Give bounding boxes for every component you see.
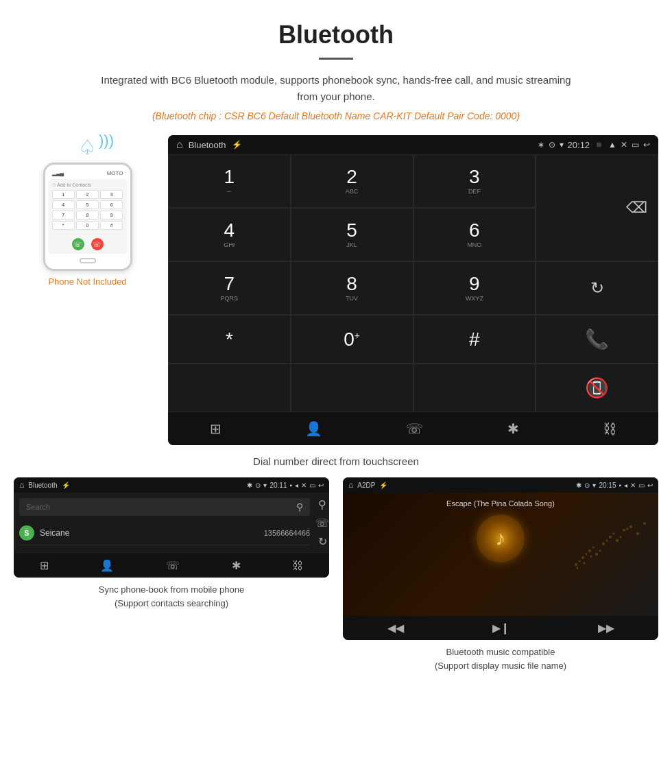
dial-key-4[interactable]: 4 GHI <box>168 208 291 261</box>
phonebook-caption-line1: Sync phone-book from mobile phone <box>99 583 244 597</box>
phone-key-0[interactable]: 0 <box>76 221 99 230</box>
skip-forward-icon[interactable]: ▶▶ <box>598 621 614 634</box>
time-display: 20:12 <box>568 140 590 150</box>
phone-key-8[interactable]: 8 <box>76 211 99 219</box>
svg-point-18 <box>627 528 629 530</box>
bt-nav-icon[interactable]: ✱ <box>507 420 519 437</box>
phone-key-4[interactable]: 4 <box>52 200 75 209</box>
music-caption-line1: Bluetooth music compatible <box>435 645 566 659</box>
dial-key-9[interactable]: 9 WXYZ <box>413 261 536 315</box>
home-icon-mu[interactable]: ⌂ <box>348 480 353 490</box>
phone-key-7[interactable]: 7 <box>52 211 75 219</box>
dial-key-0[interactable]: 0+ <box>291 315 413 364</box>
phone-key-2[interactable]: 2 <box>76 190 99 199</box>
sync-right-icon[interactable]: ↻ <box>315 535 329 548</box>
usb-icon: ⚡ <box>232 140 242 150</box>
grid-icon[interactable]: ⊞ <box>210 420 221 437</box>
grid-icon-pb[interactable]: ⊞ <box>40 559 49 572</box>
phone-end-button[interactable]: ☏ <box>91 238 104 250</box>
phone-key-3[interactable]: 3 <box>100 190 123 199</box>
phone-call-button[interactable]: ☏ <box>72 238 84 250</box>
phone-screen: ☆ Add to Contacts 1 2 3 4 5 6 7 8 9 * 0 … <box>49 179 127 254</box>
search-placeholder: Search <box>26 503 50 511</box>
svg-point-16 <box>613 533 615 535</box>
back-icon[interactable]: ↩ <box>643 140 650 150</box>
dial-key-3[interactable]: 3 DEF <box>413 154 536 208</box>
dial-key-star[interactable]: * <box>168 315 291 364</box>
contacts-icon-pb[interactable]: 👤 <box>100 559 114 572</box>
x-icon-mu[interactable]: ✕ <box>630 482 636 489</box>
phone-key-6[interactable]: 6 <box>100 200 123 209</box>
home-icon[interactable]: ⌂ <box>176 139 183 151</box>
phone-outer: ▂▃▄ MOTO ☆ Add to Contacts 1 2 3 4 5 6 7… <box>43 163 132 271</box>
music-status-right: ✱ ⊙ ▾ 20:15 ▪ ◂ ✕ ▭ ↩ <box>576 482 653 489</box>
vol-icon-mu[interactable]: ◂ <box>624 482 627 489</box>
call-right-icon[interactable]: ☏ <box>315 516 329 530</box>
music-content: Escape (The Pina Colada Song) ♪ <box>343 492 658 616</box>
phonebook-search[interactable]: Search ⚲ <box>19 498 310 516</box>
bluetooth-label: Bluetooth <box>189 140 226 150</box>
back-icon-pb[interactable]: ↩ <box>318 482 324 489</box>
dial-key-5[interactable]: 5 JKL <box>291 208 413 261</box>
contacts-icon[interactable]: 👤 <box>305 420 322 437</box>
phone-key-5[interactable]: 5 <box>76 200 99 209</box>
x-icon-pb[interactable]: ✕ <box>301 482 307 489</box>
skip-back-icon[interactable]: ◀◀ <box>387 621 404 634</box>
music-screen: ⌂ A2DP ⚡ ✱ ⊙ ▾ 20:15 ▪ ◂ ✕ ▭ ↩ <box>343 477 658 640</box>
rect-icon-mu[interactable]: ▭ <box>638 482 645 489</box>
dial-key-6[interactable]: 6 MNO <box>413 208 536 261</box>
bt-icon-mu: ✱ <box>576 482 581 489</box>
vol-icon-pb[interactable]: ◂ <box>295 482 298 489</box>
call-green-icon: 📞 <box>585 328 609 351</box>
contact-name: Seicane <box>40 528 259 538</box>
cam-icon-pb[interactable]: ▪ <box>289 482 292 489</box>
search-right-icon[interactable]: ⚲ <box>315 498 329 511</box>
home-icon-pb[interactable]: ⌂ <box>19 480 24 490</box>
back-icon-mu[interactable]: ↩ <box>647 482 653 489</box>
play-pause-icon[interactable]: ▶❙ <box>492 621 509 634</box>
dial-key-8[interactable]: 8 TUV <box>291 261 413 315</box>
svg-point-5 <box>609 536 612 538</box>
music-dots-decoration <box>569 503 651 571</box>
dial-sync-cell[interactable]: ↻ <box>536 261 658 315</box>
music-block: ⌂ A2DP ⚡ ✱ ⊙ ▾ 20:15 ▪ ◂ ✕ ▭ ↩ <box>343 477 658 672</box>
dial-empty-3 <box>413 364 536 412</box>
signal-icon: ▾ <box>560 140 564 150</box>
backspace-icon[interactable]: ⌫ <box>626 199 647 217</box>
bt-icon: ∗ <box>538 140 544 150</box>
sig-icon-mu: ▾ <box>592 482 596 489</box>
a2dp-label: A2DP <box>357 482 375 489</box>
dial-status-right: ∗ ⊙ ▾ 20:12 ◾ ▲ ✕ ▭ ↩ <box>538 140 650 150</box>
svg-point-0 <box>575 563 577 566</box>
dial-key-hash[interactable]: # <box>413 315 536 364</box>
music-status-bar: ⌂ A2DP ⚡ ✱ ⊙ ▾ 20:15 ▪ ◂ ✕ ▭ ↩ <box>343 477 658 492</box>
close-icon[interactable]: ✕ <box>621 140 627 150</box>
dial-call-red-cell[interactable]: 📵 <box>536 364 658 412</box>
dial-bottom-nav: ⊞ 👤 ☏ ✱ ⛓ <box>168 412 658 445</box>
phonebook-status-left: ⌂ Bluetooth ⚡ <box>19 480 70 490</box>
phonebook-status-bar: ⌂ Bluetooth ⚡ ✱ ⊙ ▾ 20:11 ▪ ◂ ✕ ▭ ↩ <box>14 477 329 492</box>
cam-icon-mu[interactable]: ▪ <box>619 482 621 489</box>
time-pb: 20:11 <box>269 482 287 489</box>
screen-icon[interactable]: ▭ <box>632 140 639 150</box>
dial-display-area: ⌫ <box>536 154 658 261</box>
link-icon[interactable]: ⛓ <box>603 421 616 437</box>
bt-icon-pb2[interactable]: ✱ <box>232 559 241 572</box>
dial-key-2[interactable]: 2 ABC <box>291 154 413 208</box>
phone-key-hash[interactable]: # <box>100 221 123 230</box>
phone-icon-pb[interactable]: ☏ <box>166 559 180 572</box>
svg-point-21 <box>590 556 592 558</box>
phone-icon[interactable]: ☏ <box>406 420 423 437</box>
link-icon-pb[interactable]: ⛓ <box>292 560 303 572</box>
phone-key-9[interactable]: 9 <box>100 211 123 219</box>
search-icon[interactable]: ⚲ <box>296 501 303 512</box>
phone-key-1[interactable]: 1 <box>52 190 75 199</box>
phone-home-button[interactable] <box>80 258 96 263</box>
volume-icon[interactable]: ▲ <box>608 140 616 150</box>
dial-call-green-cell[interactable]: 📞 <box>536 315 658 364</box>
dial-key-1[interactable]: 1 ∽ <box>168 154 291 208</box>
phone-key-star[interactable]: * <box>52 221 75 230</box>
rect-icon-pb[interactable]: ▭ <box>309 482 315 489</box>
dial-key-7[interactable]: 7 PQRS <box>168 261 291 315</box>
camera-icon[interactable]: ◾ <box>594 140 604 150</box>
